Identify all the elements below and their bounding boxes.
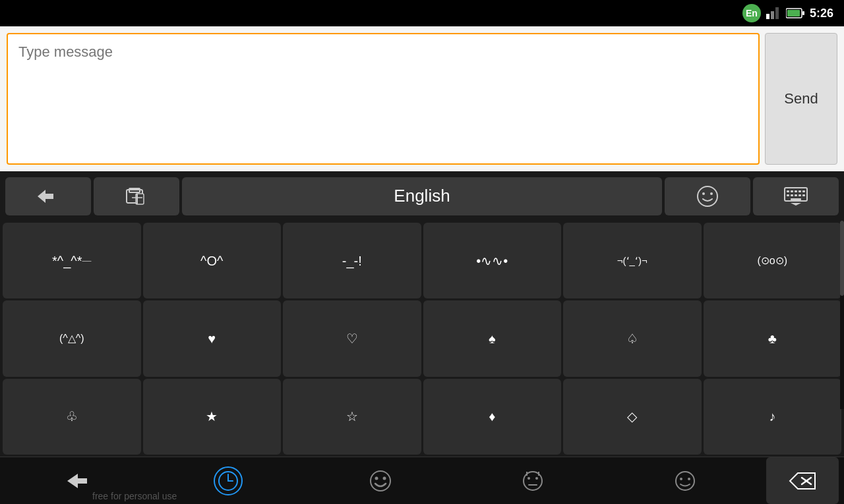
svg-point-14 xyxy=(702,192,705,195)
sym-key-10[interactable]: ♠ xyxy=(423,300,562,376)
sym-key-16[interactable]: ♦ xyxy=(423,379,562,455)
signal-icon xyxy=(766,7,781,19)
symbol-grid: *^_^*— ^O^ -_-! •∿∿• ¬(ʻ_ʻ)¬ (⊙o⊙) (^△^)… xyxy=(0,221,844,457)
svg-point-41 xyxy=(680,478,682,480)
svg-point-15 xyxy=(710,192,713,195)
sym-key-13[interactable]: ♧ xyxy=(3,379,141,455)
send-button[interactable]: Send xyxy=(765,33,837,165)
sym-key-15[interactable]: ☆ xyxy=(283,379,421,455)
svg-point-36 xyxy=(528,477,530,480)
sym-key-17[interactable]: ◇ xyxy=(563,379,702,455)
face-emoji-icon xyxy=(369,469,392,493)
kaomoji-icon xyxy=(521,469,545,493)
sym-key-4[interactable]: •∿∿• xyxy=(423,223,562,298)
svg-rect-18 xyxy=(791,190,793,192)
sym-key-6[interactable]: (⊙o⊙) xyxy=(704,223,842,298)
recent-emojis-button[interactable] xyxy=(152,457,305,504)
svg-point-37 xyxy=(535,477,538,480)
back-icon xyxy=(36,187,60,206)
sym-key-9[interactable]: ♡ xyxy=(283,300,421,376)
sym-key-12[interactable]: ♣ xyxy=(704,300,842,376)
svg-point-32 xyxy=(371,471,390,491)
back-button[interactable] xyxy=(5,177,91,215)
message-area: Send xyxy=(0,26,844,171)
svg-point-13 xyxy=(698,186,717,206)
svg-point-34 xyxy=(382,476,386,480)
svg-rect-25 xyxy=(799,194,801,196)
message-input[interactable] xyxy=(7,33,760,165)
svg-rect-24 xyxy=(795,194,797,196)
svg-rect-22 xyxy=(787,194,789,196)
active-indicator xyxy=(214,466,243,495)
svg-marker-1 xyxy=(771,11,774,19)
backspace-icon xyxy=(789,472,816,490)
svg-rect-23 xyxy=(791,194,793,196)
svg-point-33 xyxy=(375,476,378,480)
scroll-thumb xyxy=(840,221,844,296)
emoticon-icon xyxy=(673,469,697,493)
language-badge: En xyxy=(742,4,761,22)
svg-marker-28 xyxy=(791,203,801,206)
sym-key-7[interactable]: (^△^) xyxy=(3,300,141,376)
sym-key-2[interactable]: ^O^ xyxy=(143,223,282,298)
keyboard-toolbar: English xyxy=(0,171,844,221)
status-time: 5:26 xyxy=(810,7,833,20)
sym-key-5[interactable]: ¬(ʻ_ʻ)¬ xyxy=(563,223,702,298)
svg-rect-19 xyxy=(795,190,797,192)
svg-rect-27 xyxy=(791,198,801,200)
clipboard-button[interactable] xyxy=(94,177,179,215)
sym-key-1[interactable]: *^_^*— xyxy=(3,223,141,298)
svg-rect-17 xyxy=(787,190,789,192)
svg-point-40 xyxy=(676,472,694,490)
smiley-icon xyxy=(696,184,719,208)
keyboard-icon xyxy=(784,187,808,206)
keyboard-hide-button[interactable] xyxy=(753,177,839,215)
back-nav-icon xyxy=(63,471,88,491)
keyboard: English xyxy=(0,171,844,457)
emoji-button[interactable] xyxy=(665,177,750,215)
sym-key-14[interactable]: ★ xyxy=(143,379,282,455)
scroll-bar xyxy=(840,221,844,409)
sym-key-18[interactable]: ♪ xyxy=(704,379,842,455)
emoji-tab-button[interactable] xyxy=(305,457,457,504)
status-bar: En 5:26 xyxy=(0,0,844,26)
svg-rect-21 xyxy=(802,190,805,192)
svg-rect-20 xyxy=(799,190,801,192)
svg-marker-0 xyxy=(766,14,769,19)
svg-rect-4 xyxy=(787,10,800,16)
sym-key-8[interactable]: ♥ xyxy=(143,300,282,376)
emoticon-tab-button[interactable] xyxy=(609,457,761,504)
sym-key-11[interactable]: ♤ xyxy=(563,300,702,376)
svg-rect-5 xyxy=(802,11,804,15)
backspace-button[interactable] xyxy=(766,457,839,504)
svg-point-42 xyxy=(688,478,690,480)
kaomoji-tab-button[interactable] xyxy=(456,457,609,504)
language-button[interactable]: English xyxy=(182,177,662,215)
back-nav-button[interactable] xyxy=(0,457,152,504)
bottom-bar: free for personal use xyxy=(0,457,844,504)
battery-icon xyxy=(786,8,804,18)
svg-marker-2 xyxy=(775,7,779,19)
sym-key-3[interactable]: -_-! xyxy=(283,223,421,298)
svg-rect-26 xyxy=(802,194,805,196)
clipboard-icon xyxy=(125,187,148,206)
